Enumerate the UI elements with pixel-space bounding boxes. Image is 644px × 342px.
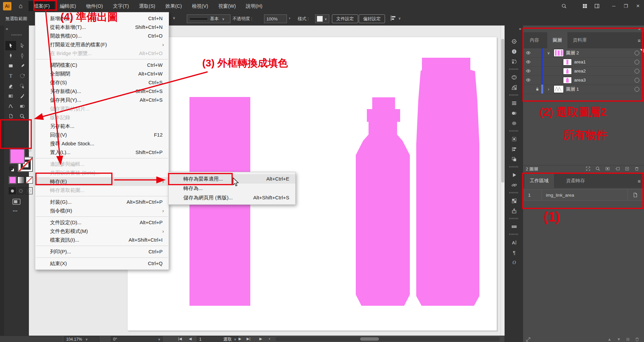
- rotate-tool[interactable]: [17, 71, 28, 81]
- menu-item[interactable]: 邀請參與編輯...: [35, 160, 169, 168]
- menu-item[interactable]: 儲存選取的切片...: [35, 104, 169, 113]
- transparency-panel-icon[interactable]: [510, 109, 518, 117]
- artboards-panel-tab-2[interactable]: 資產轉存: [561, 174, 590, 188]
- visibility-toggle-icon[interactable]: [523, 50, 533, 55]
- menu-item[interactable]: 轉存為...: [169, 184, 295, 193]
- eraser-tool[interactable]: [5, 81, 16, 91]
- align-panel-icon[interactable]: [510, 145, 518, 153]
- lasso-tool[interactable]: [17, 81, 28, 91]
- menu-item[interactable]: 回復(V)F12: [35, 131, 169, 139]
- layers-panel-menu-icon[interactable]: ≡: [638, 38, 641, 43]
- layer-name[interactable]: area1: [574, 59, 635, 64]
- menu-item[interactable]: 關閉檔案(C)Ctrl+W: [35, 61, 169, 69]
- visibility-toggle-icon[interactable]: [523, 78, 533, 83]
- menu-item[interactable]: 開啟舊檔(O)...Ctrl+O: [35, 32, 169, 40]
- collapse-tools-icon[interactable]: «: [6, 26, 8, 31]
- menu-item[interactable]: 置入(L)...Shift+Ctrl+P: [35, 148, 169, 157]
- artboards-panel-icon[interactable]: [510, 135, 518, 143]
- screen-mode-icon[interactable]: [12, 198, 21, 207]
- layer-target-icon[interactable]: [635, 87, 639, 92]
- vertical-scrollbar-thumb[interactable]: [501, 39, 504, 183]
- color-mode-button[interactable]: [9, 177, 16, 184]
- new-layer-icon[interactable]: [625, 166, 630, 173]
- direct-selection-tool[interactable]: [17, 41, 28, 50]
- expand-chevron-icon[interactable]: ∨: [545, 51, 552, 55]
- menu-item[interactable]: 儲存(S)Ctrl+S: [35, 78, 169, 87]
- layer-target-icon[interactable]: [635, 78, 639, 83]
- menu-item[interactable]: 儲存為網頁用 (舊版)...Alt+Shift+Ctrl+S: [169, 193, 295, 202]
- paintbrush-tool[interactable]: [17, 61, 28, 70]
- type-tool[interactable]: T: [5, 71, 16, 81]
- artboards-panel-tab-1[interactable]: 工作區域: [524, 174, 554, 188]
- scale-icon[interactable]: [526, 337, 531, 342]
- stroke-color-chevron-icon[interactable]: ∨: [173, 16, 175, 20]
- artboard-row[interactable]: 1img_link_area: [524, 189, 643, 201]
- layer-target-icon[interactable]: [635, 51, 639, 55]
- menubar-item-1[interactable]: 檔案(F): [29, 1, 55, 11]
- menu-item[interactable]: 在 Bridge 中瀏覽...Alt+Ctrl+O: [35, 49, 169, 58]
- eyedropper-tool[interactable]: [17, 91, 28, 101]
- layers-panel-tab-2[interactable]: 圖層: [547, 32, 567, 48]
- gradient-mode-button[interactable]: [17, 177, 25, 184]
- artboards-panel-menu-icon[interactable]: ≡: [638, 178, 641, 184]
- edit-toolbar-icon[interactable]: •••: [13, 209, 18, 213]
- draw-inside-button[interactable]: [26, 187, 33, 194]
- layer-thumbnail[interactable]: [554, 49, 563, 56]
- layers-panel-tab-1[interactable]: 內容: [524, 32, 545, 48]
- visibility-toggle-icon[interactable]: [523, 59, 533, 64]
- search-icon[interactable]: [595, 166, 600, 173]
- links-panel-icon[interactable]: [510, 181, 518, 189]
- menu-item[interactable]: 打開最近使用過的檔案(F)›: [35, 40, 169, 49]
- artboard-page-icon[interactable]: [628, 189, 643, 201]
- style-swatch-dropdown[interactable]: ∨: [315, 14, 329, 23]
- menu-item[interactable]: 轉存為螢幕適用...Alt+Ctrl+E: [169, 174, 295, 184]
- dock-grip[interactable]: [509, 166, 519, 167]
- zoom-level-dropdown[interactable]: 104.17%∨: [64, 336, 99, 342]
- menubar-item-3[interactable]: 物件(O): [81, 1, 108, 11]
- collapse-frame-icon[interactable]: [586, 166, 591, 173]
- layer-thumbnail[interactable]: [554, 86, 563, 93]
- color-panel-icon[interactable]: [510, 73, 518, 82]
- search-icon[interactable]: [558, 0, 570, 12]
- move-up-icon[interactable]: ▲: [607, 337, 611, 342]
- preferences-button[interactable]: 偏好設定: [359, 14, 385, 23]
- layers-panel-tab-3[interactable]: 資料庫: [567, 32, 592, 48]
- visibility-toggle-icon[interactable]: [523, 68, 533, 74]
- menu-item[interactable]: 轉存(E)›: [35, 177, 169, 186]
- dock-grip[interactable]: [509, 68, 519, 70]
- gradient-tool[interactable]: [5, 91, 16, 101]
- gradient-panel-icon[interactable]: [510, 119, 518, 128]
- menu-item[interactable]: 文件色彩模式(M)›: [35, 227, 169, 236]
- dock-grip[interactable]: [509, 130, 519, 132]
- fill-color-swatch[interactable]: [10, 149, 25, 163]
- home-icon[interactable]: ⌂: [19, 2, 23, 10]
- menu-item[interactable]: 另存新檔(A)...Shift+Ctrl+S: [35, 87, 169, 96]
- menu-item[interactable]: 搜尋 Adobe Stock...: [35, 139, 169, 148]
- swap-fill-stroke-icon[interactable]: [28, 148, 33, 154]
- asset-export-panel-icon[interactable]: [510, 206, 518, 215]
- next-artboard-icon[interactable]: ▶: [239, 337, 241, 341]
- menubar-item-5[interactable]: 選取(S): [134, 1, 160, 11]
- layer-row-圖層-1[interactable]: ›圖層 1: [523, 85, 644, 94]
- status-expand-icon[interactable]: ▶: [259, 337, 262, 341]
- color-guide-panel-icon[interactable]: [510, 83, 518, 92]
- last-artboard-icon[interactable]: ▶|: [247, 337, 250, 341]
- delete-icon[interactable]: [634, 166, 639, 173]
- selection-tool[interactable]: [5, 41, 16, 50]
- none-mode-button[interactable]: [26, 177, 33, 184]
- dock-grip[interactable]: [509, 94, 519, 96]
- opacity-label[interactable]: 不透明度 :: [232, 16, 252, 22]
- character-panel-icon[interactable]: A: [510, 238, 518, 247]
- menubar-item-2[interactable]: 編輯(E): [55, 1, 81, 11]
- menu-item[interactable]: 版本記錄: [35, 113, 169, 122]
- delete-icon[interactable]: [635, 337, 639, 342]
- menubar-item-6[interactable]: 效果(C): [160, 1, 187, 11]
- dock-grip[interactable]: [509, 192, 519, 193]
- stroke-panel-icon[interactable]: [510, 99, 518, 107]
- info-panel-icon[interactable]: i: [510, 47, 518, 56]
- layer-thumbnail[interactable]: [563, 68, 571, 74]
- horizontal-scrollbar-thumb[interactable]: [360, 337, 379, 341]
- area3-bottle[interactable]: [416, 58, 479, 306]
- rectangle-tool[interactable]: [5, 61, 16, 70]
- default-fill-stroke-icon[interactable]: [9, 166, 15, 174]
